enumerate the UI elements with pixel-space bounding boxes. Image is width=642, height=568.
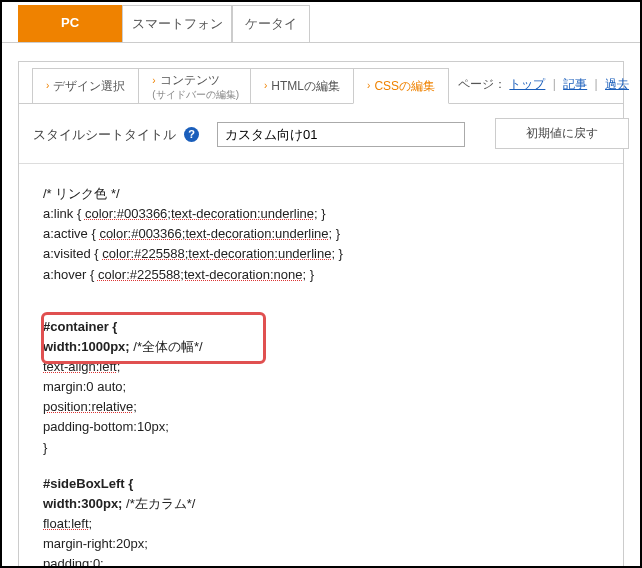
chevron-right-icon: ›: [152, 76, 155, 86]
subtab-design[interactable]: › デザイン選択: [32, 68, 139, 104]
subtab-contents[interactable]: › コンテンツ (サイドバーの編集): [138, 68, 251, 104]
code-line: margin:0 auto;: [43, 377, 599, 397]
subtab-html-label: HTMLの編集: [271, 78, 340, 95]
code-line: a:active { color:#003366;text-decoration…: [43, 224, 599, 244]
code-line: /* リンク色 */: [43, 184, 599, 204]
code-line: width:1000px; /*全体の幅*/: [43, 337, 599, 357]
subtab-contents-label: コンテンツ: [160, 72, 220, 89]
code-line: float:left;: [43, 514, 599, 534]
subtab-html[interactable]: › HTMLの編集: [250, 68, 354, 104]
code-line: #container {: [43, 317, 599, 337]
page-links-label: ページ：: [458, 77, 506, 91]
code-line: }: [43, 438, 599, 458]
code-line: padding:0;: [43, 554, 599, 568]
subtab-css-label: CSSの編集: [374, 78, 435, 95]
chevron-right-icon: ›: [46, 81, 49, 91]
chevron-right-icon: ›: [367, 81, 370, 91]
subtab-css[interactable]: › CSSの編集: [353, 68, 449, 104]
code-line: #sideBoxLeft {: [43, 474, 599, 494]
code-line: a:hover { color:#225588;text-decoration:…: [43, 265, 599, 285]
chevron-right-icon: ›: [264, 81, 267, 91]
tab-pc[interactable]: PC: [18, 5, 122, 42]
tab-keitai[interactable]: ケータイ: [232, 5, 310, 42]
code-line: a:link { color:#003366;text-decoration:u…: [43, 204, 599, 224]
code-line: margin-right:20px;: [43, 534, 599, 554]
reset-button[interactable]: 初期値に戻す: [495, 118, 629, 149]
css-code-area[interactable]: /* リンク色 */ a:link { color:#003366;text-d…: [19, 163, 623, 568]
code-line: a:visited { color:#225588;text-decoratio…: [43, 244, 599, 264]
link-top[interactable]: トップ: [509, 77, 545, 91]
code-line: text-align:left;: [43, 357, 599, 377]
page-links: ページ： トップ | 記事 | 過去: [458, 76, 629, 93]
subtab-contents-sub: (サイドバーの編集): [152, 90, 239, 100]
code-line: padding-bottom:10px;: [43, 417, 599, 437]
help-icon[interactable]: ?: [184, 127, 199, 142]
stylesheet-title-input[interactable]: [217, 122, 465, 147]
code-line: width:300px; /*左カラム*/: [43, 494, 599, 514]
subtab-design-label: デザイン選択: [53, 78, 125, 95]
device-tab-bar: PC スマートフォン ケータイ: [2, 2, 640, 42]
link-article[interactable]: 記事: [563, 77, 587, 91]
editor-panel: › デザイン選択 › コンテンツ (サイドバーの編集) › HTMLの編集 › …: [18, 61, 624, 568]
code-line: position:relative;: [43, 397, 599, 417]
link-past[interactable]: 過去: [605, 77, 629, 91]
sub-tab-bar: › デザイン選択 › コンテンツ (サイドバーの編集) › HTMLの編集 › …: [19, 62, 623, 104]
title-row: スタイルシートタイトル ? 初期値に戻す: [19, 104, 623, 159]
tab-smartphone[interactable]: スマートフォン: [122, 5, 232, 42]
stylesheet-title-label: スタイルシートタイトル: [33, 126, 176, 144]
